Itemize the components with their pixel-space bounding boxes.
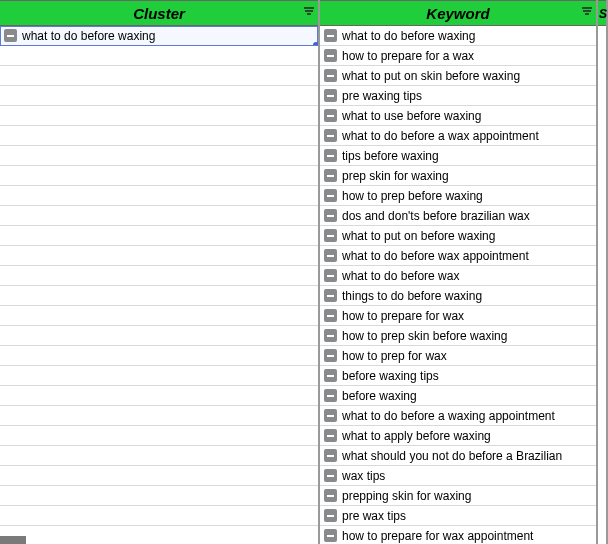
table-row[interactable]: what to do before wax: [320, 266, 596, 286]
collapse-icon[interactable]: [324, 529, 337, 542]
table-row[interactable]: tips before waxing: [320, 146, 596, 166]
collapse-icon[interactable]: [324, 109, 337, 122]
table-row[interactable]: [0, 506, 318, 526]
table-row[interactable]: [0, 286, 318, 306]
filter-icon[interactable]: [582, 7, 592, 19]
collapse-icon[interactable]: [324, 509, 337, 522]
keyword-cell-text: how to prepare for a wax: [342, 46, 474, 66]
collapse-icon[interactable]: [324, 289, 337, 302]
table-row[interactable]: what to put on before waxing: [320, 226, 596, 246]
collapse-icon[interactable]: [324, 389, 337, 402]
cluster-header[interactable]: Cluster: [0, 0, 318, 26]
collapse-icon[interactable]: [324, 89, 337, 102]
table-row[interactable]: how to prep before waxing: [320, 186, 596, 206]
collapse-icon[interactable]: [324, 169, 337, 182]
table-row[interactable]: [0, 106, 318, 126]
extra-body[interactable]: [598, 26, 606, 544]
table-row[interactable]: [0, 126, 318, 146]
keyword-cell-text: prepping skin for waxing: [342, 486, 471, 506]
collapse-icon[interactable]: [324, 229, 337, 242]
table-row[interactable]: [0, 406, 318, 426]
table-row[interactable]: [0, 166, 318, 186]
keyword-cell-text: dos and don'ts before brazilian wax: [342, 206, 530, 226]
keyword-cell-text: things to do before waxing: [342, 286, 482, 306]
collapse-icon[interactable]: [324, 29, 337, 42]
table-row[interactable]: [0, 206, 318, 226]
cluster-body[interactable]: what to do before waxing: [0, 26, 318, 544]
table-row[interactable]: before waxing tips: [320, 366, 596, 386]
collapse-icon[interactable]: [324, 469, 337, 482]
table-row[interactable]: [0, 46, 318, 66]
cluster-header-label: Cluster: [133, 5, 185, 22]
table-row[interactable]: pre wax tips: [320, 506, 596, 526]
table-row[interactable]: what to apply before waxing: [320, 426, 596, 446]
table-row[interactable]: prepping skin for waxing: [320, 486, 596, 506]
scrollbar-stub[interactable]: [0, 536, 26, 544]
table-row[interactable]: what to use before waxing: [320, 106, 596, 126]
filter-icon[interactable]: [304, 7, 314, 19]
collapse-icon[interactable]: [324, 209, 337, 222]
table-row[interactable]: what to do before a wax appointment: [320, 126, 596, 146]
collapse-icon[interactable]: [324, 489, 337, 502]
collapse-icon[interactable]: [324, 269, 337, 282]
collapse-icon[interactable]: [324, 129, 337, 142]
table-row[interactable]: what to put on skin before waxing: [320, 66, 596, 86]
keyword-cell-text: how to prepare for wax appointment: [342, 526, 533, 544]
keyword-body[interactable]: what to do before waxinghow to prepare f…: [320, 26, 596, 544]
table-row[interactable]: how to prepare for wax: [320, 306, 596, 326]
table-row[interactable]: [0, 346, 318, 366]
collapse-icon[interactable]: [324, 249, 337, 262]
spreadsheet-grid: Cluster what to do before waxing Keyword…: [0, 0, 608, 544]
table-row[interactable]: how to prepare for wax appointment: [320, 526, 596, 544]
table-row[interactable]: [0, 246, 318, 266]
table-row[interactable]: dos and don'ts before brazilian wax: [320, 206, 596, 226]
table-row[interactable]: how to prepare for a wax: [320, 46, 596, 66]
table-row[interactable]: [0, 426, 318, 446]
table-row[interactable]: pre waxing tips: [320, 86, 596, 106]
keyword-cell-text: what to do before a wax appointment: [342, 126, 539, 146]
table-row[interactable]: [0, 306, 318, 326]
table-row[interactable]: [0, 486, 318, 506]
table-row[interactable]: what to do before waxing: [0, 26, 318, 46]
table-row[interactable]: prep skin for waxing: [320, 166, 596, 186]
collapse-icon[interactable]: [324, 329, 337, 342]
table-row[interactable]: what should you not do before a Brazilia…: [320, 446, 596, 466]
collapse-icon[interactable]: [324, 189, 337, 202]
table-row[interactable]: [0, 386, 318, 406]
extra-header[interactable]: S: [598, 0, 606, 26]
collapse-icon[interactable]: [324, 369, 337, 382]
collapse-icon[interactable]: [324, 49, 337, 62]
table-row[interactable]: what to do before a waxing appointment: [320, 406, 596, 426]
table-row[interactable]: [0, 526, 318, 544]
table-row[interactable]: [0, 226, 318, 246]
table-row[interactable]: what to do before wax appointment: [320, 246, 596, 266]
keyword-cell-text: what should you not do before a Brazilia…: [342, 446, 562, 466]
table-row[interactable]: how to prep skin before waxing: [320, 326, 596, 346]
collapse-icon[interactable]: [324, 349, 337, 362]
table-row[interactable]: [0, 466, 318, 486]
table-row[interactable]: [0, 66, 318, 86]
keyword-header[interactable]: Keyword: [320, 0, 596, 26]
table-row[interactable]: [0, 366, 318, 386]
table-row[interactable]: before waxing: [320, 386, 596, 406]
collapse-icon[interactable]: [324, 309, 337, 322]
table-row[interactable]: things to do before waxing: [320, 286, 596, 306]
table-row[interactable]: [0, 146, 318, 166]
table-row[interactable]: [0, 186, 318, 206]
table-row[interactable]: [0, 446, 318, 466]
collapse-icon[interactable]: [324, 449, 337, 462]
collapse-icon[interactable]: [324, 409, 337, 422]
collapse-icon[interactable]: [324, 69, 337, 82]
table-row[interactable]: how to prep for wax: [320, 346, 596, 366]
table-row[interactable]: [0, 326, 318, 346]
table-row[interactable]: [0, 266, 318, 286]
table-row[interactable]: [0, 86, 318, 106]
extra-header-label: S: [599, 7, 607, 21]
collapse-icon[interactable]: [4, 29, 17, 42]
table-row[interactable]: wax tips: [320, 466, 596, 486]
collapse-icon[interactable]: [324, 149, 337, 162]
table-row[interactable]: what to do before waxing: [320, 26, 596, 46]
collapse-icon[interactable]: [324, 429, 337, 442]
keyword-cell-text: what to do before a waxing appointment: [342, 406, 555, 426]
keyword-cell-text: what to apply before waxing: [342, 426, 491, 446]
